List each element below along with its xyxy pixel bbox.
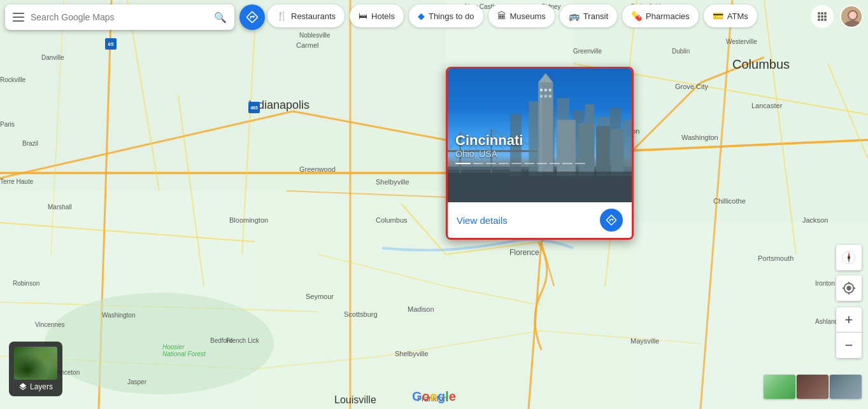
terrain-thumb[interactable] — [764, 375, 795, 399]
layers-label: Layers — [18, 382, 53, 391]
svg-rect-63 — [540, 89, 543, 92]
nav-pill-atms-label: ATMs — [727, 11, 748, 21]
layers-button[interactable]: Layers — [9, 342, 62, 396]
svg-point-38 — [849, 11, 857, 19]
nav-pill-things-to-do[interactable]: ◆ Things to do — [409, 4, 483, 27]
dot-10 — [575, 163, 585, 164]
nav-pill-hotels[interactable]: 🛏 Hotels — [350, 4, 404, 27]
popup-city-name: Cincinnati — [455, 132, 624, 149]
nav-pill-things-label: Things to do — [429, 11, 474, 21]
popup-directions-button[interactable] — [600, 209, 623, 232]
dot-2 — [473, 163, 483, 164]
museums-icon: 🏛 — [497, 11, 506, 21]
atms-icon: 💳 — [713, 11, 723, 21]
user-avatar[interactable] — [840, 5, 863, 28]
search-container[interactable]: 🔍 — [5, 4, 234, 30]
popup-city-subtitle: Ohio, USA — [455, 149, 624, 159]
dot-8 — [550, 163, 560, 164]
satellite-thumb[interactable] — [797, 375, 829, 399]
photo-thumb[interactable] — [830, 375, 862, 399]
menu-icon[interactable] — [13, 13, 24, 22]
svg-rect-68 — [549, 95, 551, 97]
popup-footer: View details — [448, 202, 632, 238]
zoom-in-button[interactable]: + — [836, 307, 862, 333]
location-button[interactable] — [836, 275, 862, 301]
hotels-icon: 🛏 — [359, 11, 367, 21]
search-input[interactable] — [31, 12, 208, 22]
svg-rect-65 — [549, 89, 551, 92]
directions-button[interactable] — [239, 4, 265, 30]
nav-pill-restaurants[interactable]: 🍴 Restaurants — [267, 4, 345, 27]
transit-icon: 🚌 — [569, 11, 580, 21]
dot-4 — [499, 163, 509, 164]
svg-rect-66 — [540, 95, 543, 97]
view-details-button[interactable]: View details — [457, 215, 508, 226]
apps-grid-button[interactable] — [811, 5, 834, 28]
svg-point-79 — [848, 256, 850, 259]
compass-button[interactable] — [836, 245, 862, 270]
dot-9 — [562, 163, 573, 164]
dot-5 — [511, 163, 522, 164]
mini-map-controls — [764, 375, 862, 399]
dot-3 — [486, 163, 496, 164]
svg-rect-64 — [544, 89, 547, 92]
dot-7 — [537, 163, 547, 164]
popup-dot-indicators — [455, 163, 624, 164]
nav-pill-transit-label: Transit — [583, 11, 608, 21]
nav-pill-pharmacies[interactable]: 💊 Pharmacies — [622, 4, 699, 27]
pharmacies-icon: 💊 — [631, 11, 642, 21]
restaurants-icon: 🍴 — [276, 11, 287, 21]
layers-thumbnail — [14, 347, 57, 380]
dot-6 — [524, 163, 534, 164]
svg-point-34 — [45, 293, 274, 394]
things-icon: ◆ — [418, 11, 425, 21]
nav-pill-pharmacies-label: Pharmacies — [646, 11, 690, 21]
search-icon[interactable]: 🔍 — [214, 11, 227, 24]
nav-pill-museums-label: Museums — [510, 11, 546, 21]
nav-pill-hotels-label: Hotels — [371, 11, 395, 21]
popup-image: Cincinnati Ohio, USA — [448, 69, 632, 202]
nav-pill-atms[interactable]: 💳 ATMs — [704, 4, 757, 27]
svg-rect-67 — [544, 95, 547, 97]
nav-pill-museums[interactable]: 🏛 Museums — [488, 4, 555, 27]
map-background[interactable]: Indianapolis Columbus Louisville Carmel … — [0, 0, 868, 409]
city-popup: Cincinnati Ohio, USA View details — [446, 67, 634, 240]
dot-1 — [455, 163, 471, 164]
zoom-out-button[interactable]: − — [836, 333, 862, 358]
svg-marker-61 — [538, 73, 553, 83]
google-logo: Google — [412, 389, 456, 404]
nav-pills-container: 🍴 Restaurants 🛏 Hotels ◆ Things to do 🏛 … — [267, 4, 757, 27]
zoom-controls: + − — [836, 307, 862, 358]
top-right-controls — [811, 5, 863, 28]
nav-pill-transit[interactable]: 🚌 Transit — [560, 4, 617, 27]
nav-pill-restaurants-label: Restaurants — [291, 11, 336, 21]
